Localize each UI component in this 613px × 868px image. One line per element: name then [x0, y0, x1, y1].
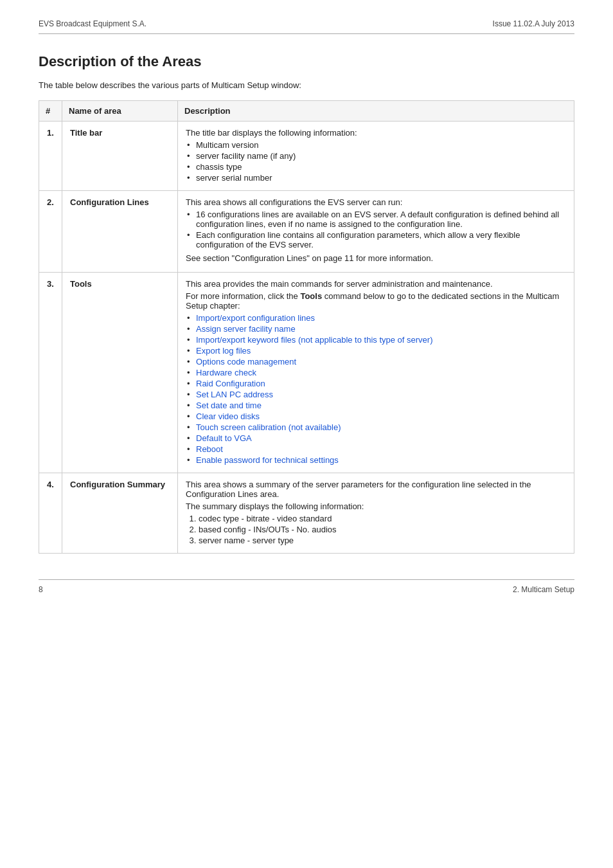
list-item: Touch screen calibration (not available) — [186, 422, 566, 432]
row-desc-line2: For more information, click the Tools co… — [186, 291, 566, 311]
col-header-num: # — [39, 101, 62, 122]
row-num: 4. — [39, 473, 62, 554]
nav-link[interactable]: Default to VGA — [196, 433, 252, 443]
row-description: This area provides the main commands for… — [178, 273, 574, 473]
list-item: Import/export configuration lines — [186, 313, 566, 323]
list-item: based config - INs/OUTs - No. audios — [199, 525, 566, 534]
row-link-bullets: Import/export configuration linesAssign … — [186, 313, 566, 465]
areas-table: # Name of area Description 1.Title barTh… — [39, 100, 574, 554]
list-item: Export log files — [186, 346, 566, 356]
list-item: Hardware check — [186, 368, 566, 377]
footer-chapter: 2. Multicam Setup — [513, 585, 574, 594]
row-area-name: Tools — [62, 273, 178, 473]
list-item: Raid Configuration — [186, 379, 566, 388]
col-header-name: Name of area — [62, 101, 178, 122]
row-area-name: Configuration Summary — [62, 473, 178, 554]
list-item: server facility name (if any) — [186, 151, 566, 161]
page-footer: 8 2. Multicam Setup — [39, 579, 574, 594]
nav-link[interactable]: Raid Configuration — [196, 379, 265, 388]
row-num: 3. — [39, 273, 62, 473]
header-company: EVS Broadcast Equipment S.A. — [39, 19, 147, 28]
nav-link[interactable]: Import/export keyword files (not applica… — [196, 335, 433, 345]
table-row: 4.Configuration SummaryThis area shows a… — [39, 473, 574, 554]
footer-page-num: 8 — [39, 585, 43, 594]
row-bullets: 16 configurations lines are available on… — [186, 210, 566, 249]
nav-link[interactable]: Enable password for technical settings — [196, 455, 339, 465]
list-item: Each configuration line contains all con… — [186, 230, 566, 249]
row-num: 1. — [39, 122, 62, 191]
list-item: chassis type — [186, 162, 566, 172]
row-description: This area shows a summary of the server … — [178, 473, 574, 554]
col-header-desc: Description — [178, 101, 574, 122]
nav-link[interactable]: Export log files — [196, 346, 251, 356]
row-ordered-list: codec type - bitrate - video standardbas… — [186, 514, 566, 545]
list-item: 16 configurations lines are available on… — [186, 210, 566, 229]
nav-link[interactable]: Hardware check — [196, 368, 256, 377]
list-item: Import/export keyword files (not applica… — [186, 335, 566, 345]
nav-link[interactable]: Touch screen calibration (not available) — [196, 422, 341, 432]
row-description: This area shows all configurations the E… — [178, 191, 574, 273]
row-description: The title bar displays the following inf… — [178, 122, 574, 191]
list-item: Enable password for technical settings — [186, 455, 566, 465]
row-bullets: Multicam versionserver facility name (if… — [186, 140, 566, 183]
table-header-row: # Name of area Description — [39, 101, 574, 122]
list-item: Options code management — [186, 357, 566, 366]
list-item: Set LAN PC address — [186, 390, 566, 399]
row-desc-line2: The summary displays the following infor… — [186, 502, 566, 511]
nav-link[interactable]: Clear video disks — [196, 411, 260, 421]
page-title: Description of the Areas — [39, 53, 574, 70]
list-item: codec type - bitrate - video standard — [199, 514, 566, 523]
list-item: Reboot — [186, 444, 566, 454]
table-row: 2.Configuration LinesThis area shows all… — [39, 191, 574, 273]
nav-link[interactable]: Reboot — [196, 444, 223, 454]
list-item: Multicam version — [186, 140, 566, 150]
nav-link[interactable]: Assign server facility name — [196, 324, 296, 334]
table-row: 3.ToolsThis area provides the main comma… — [39, 273, 574, 473]
table-row: 1.Title barThe title bar displays the fo… — [39, 122, 574, 191]
row-after-text: See section "Configuration Lines" on pag… — [186, 253, 566, 263]
list-item: Assign server facility name — [186, 324, 566, 334]
list-item: Clear video disks — [186, 411, 566, 421]
header-issue: Issue 11.02.A July 2013 — [493, 19, 574, 28]
list-item: server name - server type — [199, 536, 566, 545]
nav-link[interactable]: Set LAN PC address — [196, 390, 273, 399]
page-header: EVS Broadcast Equipment S.A. Issue 11.02… — [39, 19, 574, 34]
row-area-name: Configuration Lines — [62, 191, 178, 273]
list-item: server serial number — [186, 173, 566, 183]
row-num: 2. — [39, 191, 62, 273]
list-item: Default to VGA — [186, 433, 566, 443]
intro-text: The table below describes the various pa… — [39, 80, 574, 90]
row-area-name: Title bar — [62, 122, 178, 191]
nav-link[interactable]: Set date and time — [196, 401, 262, 410]
list-item: Set date and time — [186, 401, 566, 410]
nav-link[interactable]: Import/export configuration lines — [196, 313, 315, 323]
nav-link[interactable]: Options code management — [196, 357, 296, 366]
